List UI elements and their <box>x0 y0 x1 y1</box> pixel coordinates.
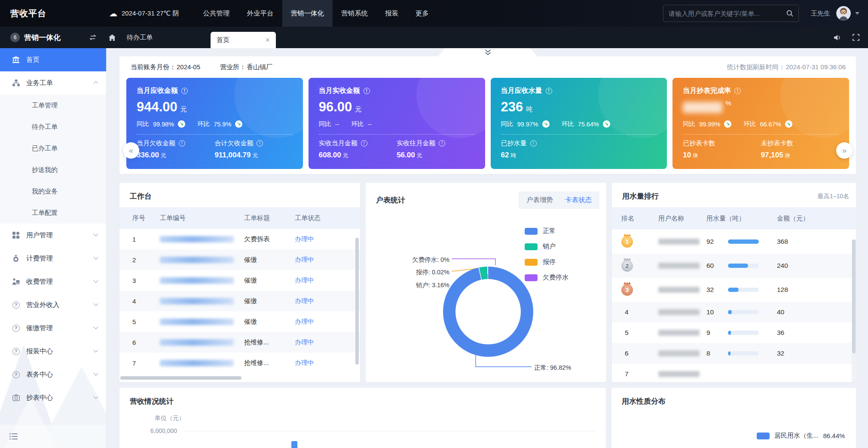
sidebar-subitem-my-business[interactable]: 我的业务 <box>0 181 106 202</box>
menu-item-more[interactable]: 更多 <box>407 0 437 27</box>
tabbar-right-tools <box>834 27 859 48</box>
table-header: 序号 工单编号 工单标题 工单状态 <box>119 207 360 229</box>
menu-item-marketing-integrated[interactable]: 营销一体化 <box>282 0 333 27</box>
quick-link-todo[interactable]: 待办工单 <box>127 34 153 42</box>
sidebar-item-meter-reading[interactable]: 抄表中心 <box>0 386 106 409</box>
main-content: 当前账务月份： 2024-05 营业所： 香山镇厂 统计数据刷新时间： 2024… <box>107 48 868 448</box>
carousel-next-button[interactable] <box>836 142 853 159</box>
sidebar-item-label: 催缴管理 <box>26 324 53 333</box>
info-icon[interactable] <box>734 88 741 94</box>
sidebar-subitem-done-orders[interactable]: 已办工单 <box>0 138 106 159</box>
card-title: 当月实收金额 <box>319 86 360 95</box>
sidebar-subitem-order-mgmt[interactable]: 工单管理 <box>0 95 106 116</box>
callout-report-stop: 报停: 0.02% <box>389 268 449 276</box>
menu-item-public[interactable]: 公共管理 <box>195 0 238 27</box>
vertical-scrollbar[interactable] <box>355 238 359 365</box>
info-icon[interactable] <box>361 140 367 147</box>
carousel-prev-button[interactable] <box>123 142 139 159</box>
axis-unit-label: 单位（元） <box>155 414 185 422</box>
sidebar-item-label: 表务中心 <box>26 370 53 379</box>
yoy-label: 同比 <box>137 120 149 128</box>
sidebar-item-billing-mgmt[interactable]: 计费管理 <box>0 247 106 270</box>
double-chevron-down-icon <box>485 49 491 55</box>
masked-user-name <box>658 350 700 356</box>
app-tabbar: 营销一体化 待办工单 首页 <box>0 27 868 48</box>
mom-label: 环比 <box>351 120 364 128</box>
home-icon[interactable] <box>109 34 116 41</box>
cashier-icon <box>11 278 21 285</box>
sub-metric-label: 实收往月金额 <box>397 139 435 147</box>
list-item: 3 32 128 <box>612 278 856 302</box>
meter-status-donut-chart <box>443 267 533 357</box>
menu-item-field[interactable]: 外业平台 <box>238 0 282 27</box>
menu-item-install[interactable]: 报装 <box>376 0 407 27</box>
info-icon[interactable] <box>530 140 537 147</box>
menu-list-icon[interactable] <box>9 433 18 440</box>
tab-meter-growth[interactable]: 户表增势 <box>526 196 553 205</box>
status-link[interactable]: 办理中 <box>295 359 360 367</box>
info-icon[interactable] <box>439 140 445 147</box>
sidebar-item-nonop-income[interactable]: 营业外收入 <box>0 293 106 316</box>
volume-icon[interactable] <box>834 34 841 41</box>
info-icon[interactable] <box>257 140 263 147</box>
sub-metric-value: 608.00 <box>319 151 341 159</box>
app-logo <box>10 33 20 42</box>
yoy-value: -- <box>335 121 339 128</box>
sidebar-subitem-cc-me[interactable]: 抄送我的 <box>0 159 106 181</box>
sidebar-item-work-orders[interactable]: 业务工单 <box>0 71 106 95</box>
trend-down-icon <box>542 120 550 128</box>
info-icon[interactable] <box>179 140 185 147</box>
tab-home[interactable]: 首页 <box>211 32 276 48</box>
status-link[interactable]: 办理中 <box>295 338 360 347</box>
sidebar-subitem-order-config[interactable]: 工单配置 <box>0 202 106 224</box>
meter-stats-panel: 户表统计 户表增势 卡表状态 欠费停水: 0% 报停: 0.02% 销户: 3.… <box>366 183 606 382</box>
legend-swatch <box>757 433 770 439</box>
masked-user-name <box>658 330 700 336</box>
fullscreen-icon[interactable] <box>853 34 859 41</box>
menu-item-marketing-system[interactable]: 营销系统 <box>333 0 376 27</box>
info-icon[interactable] <box>181 88 188 94</box>
sidebar-item-label: 营业外收入 <box>26 301 60 310</box>
yoy-value: 99.99% <box>699 121 720 128</box>
horizontal-scrollbar[interactable] <box>120 376 241 380</box>
user-menu-caret-icon[interactable] <box>855 12 859 15</box>
close-icon[interactable] <box>265 36 270 44</box>
sidebar-subitem-todo-orders[interactable]: 待办工单 <box>0 116 106 138</box>
workbench-rows: 1欠费拆表办理中 2催缴办理中 3催缴办理中 4催缴办理中 5催缴办理中 6抢维… <box>119 229 360 373</box>
collapse-panel-button[interactable] <box>438 48 537 56</box>
chevron-down-icon <box>93 371 98 376</box>
y-axis-tick: 6,000,000 <box>129 427 177 434</box>
yoy-value: 99.97% <box>517 121 538 128</box>
sidebar-item-home[interactable]: 首页 <box>0 48 106 71</box>
sidebar-item-collection-mgmt[interactable]: 催缴管理 <box>0 316 106 340</box>
sidebar-item-install-center[interactable]: 报装中心 <box>0 340 106 363</box>
vertical-scrollbar[interactable] <box>852 239 856 353</box>
switch-app-icon[interactable] <box>89 34 97 40</box>
info-icon[interactable] <box>364 88 370 94</box>
status-link[interactable]: 办理中 <box>295 276 360 285</box>
meter-icon <box>11 394 21 401</box>
list-item: 5 9 36 <box>612 322 856 343</box>
info-icon[interactable] <box>546 88 552 94</box>
sidebar-item-meter-affairs[interactable]: 表务中心 <box>0 363 106 386</box>
refresh-time-value: 2024-07-31 09:36:06 <box>786 63 846 71</box>
chevron-down-icon <box>93 255 98 260</box>
sidebar-item-fee-mgmt[interactable]: 收费管理 <box>0 270 106 293</box>
avatar[interactable] <box>836 6 851 21</box>
search-icon[interactable] <box>786 10 793 17</box>
sidebar-item-user-mgmt[interactable]: 用户管理 <box>0 224 106 247</box>
masked-user-name <box>658 371 700 377</box>
card-value: 96.00 <box>319 99 352 115</box>
status-link[interactable]: 办理中 <box>295 256 360 264</box>
status-link[interactable]: 办理中 <box>295 318 360 326</box>
sidebar-submenu: 工单管理 待办工单 已办工单 抄送我的 我的业务 工单配置 <box>0 95 106 224</box>
ranking-range-note: 最高1–10名 <box>818 193 849 200</box>
workbench-panel: 工作台 序号 工单编号 工单标题 工单状态 1欠费拆表办理中 2催缴办理中 3催… <box>119 183 360 382</box>
tab-card-status[interactable]: 卡表状态 <box>565 196 592 205</box>
trend-down-icon <box>235 120 242 128</box>
status-link[interactable]: 办理中 <box>295 297 360 305</box>
status-link[interactable]: 办理中 <box>295 235 360 243</box>
sub-metric-label: 已抄表卡数 <box>683 139 715 147</box>
search-input[interactable] <box>669 10 783 17</box>
account-month-label: 当前账务月份： <box>131 63 176 71</box>
